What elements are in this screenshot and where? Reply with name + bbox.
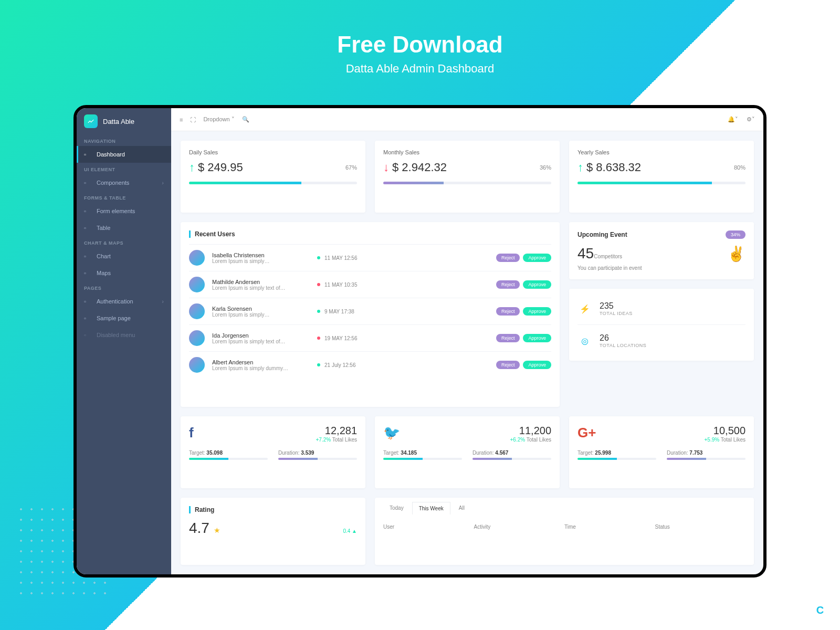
social-target: Target: 25.998 (578, 450, 656, 460)
tab-today[interactable]: Today (383, 502, 410, 514)
nav-label: Table (97, 225, 110, 231)
sidebar-item-sample-page[interactable]: ▫Sample page (77, 310, 171, 327)
sales-amount: ↓$ 2.942.32 (383, 161, 447, 174)
col-activity: Activity (474, 524, 565, 530)
user-sub: Lorem Ipsum is simply… (212, 258, 317, 264)
sales-label: Daily Sales (189, 149, 357, 155)
approve-button[interactable]: Approve (523, 254, 551, 262)
sales-card-yearly-sales: Yearly Sales↑$ 8.638.3280% (569, 141, 754, 213)
status-dot (317, 337, 320, 340)
nav-section-label: PAGES (77, 281, 171, 293)
arrow-up-icon: ↑ (189, 161, 195, 174)
nav-icon: ▫ (84, 225, 91, 231)
sidebar-item-dashboard[interactable]: ▫Dashboard (77, 146, 171, 163)
search-icon[interactable]: 🔍 (242, 116, 249, 123)
fullscreen-icon[interactable]: ⛶ (190, 117, 196, 123)
nav-label: Disabled menu (97, 332, 135, 338)
avatar (189, 250, 205, 266)
social-sub: +6.2% Total Likes (510, 437, 551, 443)
user-date: 19 MAY 12:56 (317, 335, 385, 341)
nav-icon: ▫ (84, 208, 91, 214)
reject-button[interactable]: Reject (496, 361, 520, 369)
rating-title: Rating (189, 506, 357, 513)
social-card-twitter: 🐦11,200+6.2% Total LikesTarget: 34.185Du… (375, 416, 560, 488)
event-badge: 34% (726, 230, 746, 239)
tab-all[interactable]: All (453, 502, 471, 514)
sidebar-item-disabled-menu: ▫Disabled menu (77, 327, 171, 343)
chevron-right-icon: › (162, 298, 164, 304)
col-status: Status (655, 524, 746, 530)
sales-pct: 67% (345, 164, 357, 171)
user-name: Mathilde Andersen (212, 279, 317, 285)
menu-toggle-icon[interactable]: ≡ (180, 117, 183, 123)
reject-button[interactable]: Reject (496, 334, 520, 342)
arrow-down-icon: ↓ (383, 161, 389, 174)
notifications-icon[interactable]: 🔔˅ (728, 116, 738, 123)
user-name: Karla Sorensen (212, 306, 317, 312)
approve-button[interactable]: Approve (523, 307, 551, 316)
social-sub: +7.2% Total Likes (316, 437, 357, 443)
nav-label: Form elements (97, 208, 135, 214)
approve-button[interactable]: Approve (523, 361, 551, 369)
brand[interactable]: Datta Able (77, 108, 171, 134)
nav-icon: ▫ (84, 315, 91, 321)
stat-row: ⚡235TOTAL IDEAS (578, 297, 746, 320)
social-card-google-plus: G+10,500+5.9% Total LikesTarget: 25.998D… (569, 416, 754, 488)
nav-label: Components (97, 180, 129, 186)
sidebar-item-components[interactable]: ▫Components› (77, 174, 171, 191)
peace-icon: ✌ (727, 245, 746, 262)
social-card-facebook: f12,281+7.2% Total LikesTarget: 35.098Du… (181, 416, 365, 488)
brand-label: Datta Able (103, 118, 134, 125)
sales-card-daily-sales: Daily Sales↑$ 249.9567% (181, 141, 365, 213)
nav-label: Dashboard (97, 151, 125, 158)
sidebar-item-chart[interactable]: ▫Chart (77, 248, 171, 265)
user-row: Karla SorensenLorem Ipsum is simply…9 MA… (189, 298, 551, 324)
topbar: ≡ ⛶ Dropdown ˅ 🔍 🔔˅ ⚙˅ (171, 108, 763, 131)
content: Daily Sales↑$ 249.9567%Monthly Sales↓$ 2… (171, 131, 763, 574)
user-name: Albert Andersen (212, 359, 317, 365)
settings-icon[interactable]: ⚙˅ (747, 116, 755, 123)
avatar (189, 330, 205, 346)
stat-icon: ◎ (578, 333, 592, 348)
social-target: Target: 35.098 (189, 450, 268, 460)
topbar-dropdown[interactable]: Dropdown ˅ (203, 116, 234, 123)
social-count: 11,200 (510, 425, 551, 437)
nav-icon: ▫ (84, 180, 91, 186)
user-date: 11 MAY 10:35 (317, 282, 385, 288)
recent-users-card: Recent Users Isabella ChristensenLorem I… (181, 222, 560, 406)
reject-button[interactable]: Reject (496, 254, 520, 262)
social-duration: Duration: 7.753 (667, 450, 746, 460)
nav-icon: ▫ (84, 332, 91, 338)
tab-this-week[interactable]: This Week (412, 502, 450, 514)
social-count: 12,281 (316, 425, 357, 437)
rating-card: Rating 4.7 ★ 0.4 ▲ (181, 498, 365, 565)
user-name: Isabella Christensen (212, 252, 317, 258)
user-name: Ida Jorgensen (212, 332, 317, 339)
col-user: User (383, 524, 474, 530)
nav-label: Chart (97, 253, 111, 259)
user-date: 21 July 12:56 (317, 362, 385, 368)
stat-icon: ⚡ (578, 301, 592, 316)
sales-amount: ↑$ 8.638.32 (578, 161, 641, 174)
nav-icon: ▫ (84, 253, 91, 259)
sidebar-item-table[interactable]: ▫Table (77, 219, 171, 236)
sales-label: Yearly Sales (578, 149, 746, 155)
main: ≡ ⛶ Dropdown ˅ 🔍 🔔˅ ⚙˅ Daily Sales↑$ 249… (171, 108, 763, 574)
sidebar-item-form-elements[interactable]: ▫Form elements (77, 203, 171, 219)
user-row: Isabella ChristensenLorem Ipsum is simpl… (189, 244, 551, 271)
avatar (189, 277, 205, 292)
approve-button[interactable]: Approve (523, 280, 551, 289)
user-date: 11 MAY 12:56 (317, 255, 385, 261)
promo-title: Free Download (0, 32, 840, 58)
facebook-icon: f (189, 425, 194, 441)
avatar (189, 303, 205, 319)
sidebar-item-authentication[interactable]: ▫Authentication› (77, 293, 171, 310)
sales-pct: 36% (540, 164, 551, 171)
reject-button[interactable]: Reject (496, 280, 520, 289)
social-duration: Duration: 3.539 (278, 450, 357, 460)
reject-button[interactable]: Reject (496, 307, 520, 316)
sidebar-item-maps[interactable]: ▫Maps (77, 265, 171, 281)
google-plus-icon: G+ (578, 425, 596, 441)
approve-button[interactable]: Approve (523, 334, 551, 342)
stat-num: 26 (600, 333, 646, 343)
